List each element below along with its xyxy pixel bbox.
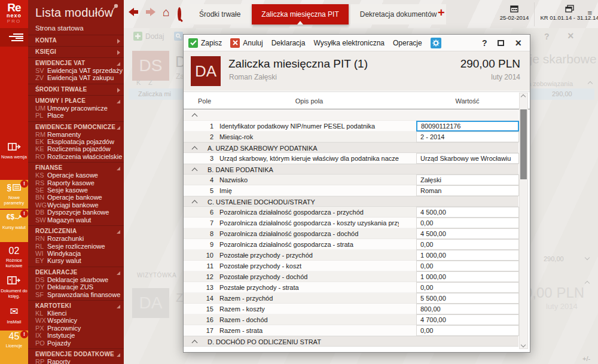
sidebar-item-kl[interactable]: KLKlienci: [28, 310, 124, 317]
rail-item-insmail[interactable]: ✉InsMail: [0, 304, 28, 327]
field-value-7[interactable]: 0,00: [416, 218, 519, 228]
maximize-button[interactable]: [498, 40, 504, 46]
sidebar-item-rp[interactable]: RPRaporty: [28, 358, 124, 364]
sidebar-item-rs[interactable]: RSRaporty kasowe: [28, 179, 124, 186]
module-code: DB: [35, 209, 47, 216]
field-row-15: 15Razem - koszty800,00: [184, 304, 518, 314]
section-collapse-icon[interactable]: [192, 340, 198, 346]
sidebar-section-3[interactable]: ŚRODKI TRWAŁE: [28, 84, 124, 93]
sidebar-item-ro[interactable]: RORozliczenia właścicielskie: [28, 153, 124, 160]
rail-item-nowa-wersja[interactable]: Nowa wersja: [0, 139, 28, 174]
field-value-15[interactable]: 800,00: [416, 304, 519, 314]
sidebar-section-8[interactable]: DEKLARACJE: [28, 267, 124, 276]
section-collapse-icon[interactable]: [192, 200, 198, 206]
sidebar-item-dy[interactable]: DYDeklaracje ZUS: [28, 283, 124, 290]
sidebar-item-se[interactable]: SESesje kasowe: [28, 186, 124, 194]
sidebar-item-sf[interactable]: SFSprawozdania finansowe: [28, 291, 124, 298]
sidebar-section-0[interactable]: KONTA: [28, 35, 124, 44]
rail-item-roznice-kursowe[interactable]: 02Różnice kursowe: [0, 245, 28, 274]
field-value-4[interactable]: Załęski: [416, 175, 519, 185]
sidebar-item-po[interactable]: POPojazdy: [28, 339, 124, 347]
field-value-12[interactable]: 1 000,00: [416, 271, 519, 282]
sidebar-section-2[interactable]: EWIDENCJE VAT: [28, 57, 124, 67]
back-button[interactable]: [129, 8, 138, 16]
field-row-14: 14Razem - przychód5 500,00: [184, 293, 518, 304]
declaration-menu-button[interactable]: Deklaracja: [271, 39, 306, 47]
col-header-opis: Opis pola: [219, 97, 399, 105]
work-date-button[interactable]: 25-02-2014: [495, 2, 534, 26]
sidebar-item-ke[interactable]: KERozliczenia pojazdów: [28, 145, 124, 152]
tab-0[interactable]: Środki trwałe: [190, 4, 250, 25]
field-value-5[interactable]: Roman: [416, 185, 519, 196]
sidebar-section-4[interactable]: UMOWY I PŁACE: [28, 95, 124, 105]
collapse-chevron-icon[interactable]: [192, 114, 198, 120]
section-row-8: C. USTALENIE DOCHODU/STRATY: [184, 196, 518, 207]
search-button[interactable]: [178, 9, 181, 20]
sidebar-item-px[interactable]: PXPracownicy: [28, 325, 124, 332]
sidebar-section-5[interactable]: EWIDENCJE POMOCNICZE: [28, 121, 124, 131]
sidebar-item-sw[interactable]: SWMagazyn walut: [28, 216, 124, 224]
sidebar-item-ix[interactable]: IXInstytucje: [28, 332, 124, 339]
field-value-17[interactable]: 0,00: [416, 325, 519, 336]
sidebar-item-rl[interactable]: RLSesje rozliczeniowe: [28, 243, 124, 250]
sidebar-section-label: EWIDENCJE POMOCNICZE: [35, 124, 115, 130]
sidebar-item-wi[interactable]: WIWindykacja: [28, 250, 124, 257]
field-value-9[interactable]: 0,00: [416, 239, 519, 250]
field-value-3[interactable]: Urząd Skarbowy we Wrocławiu: [416, 153, 519, 164]
save-button[interactable]: Zapisz: [188, 38, 222, 48]
sidebar-section-9[interactable]: KARTOTEKI: [28, 300, 124, 310]
sidebar-item-rm[interactable]: RMRemanenty: [28, 131, 124, 138]
sidebar-item-zv[interactable]: ZVEwidencja VAT zakupu: [28, 74, 124, 81]
field-value-10[interactable]: 1 000,00: [416, 250, 519, 261]
sidebar-section-1[interactable]: KSIĘGI: [28, 46, 124, 56]
scrollbar-thumb[interactable]: [520, 109, 527, 179]
sidebar-item-um[interactable]: UMUmowy pracownicze: [28, 105, 124, 112]
field-value-input[interactable]: 80090112176: [416, 121, 519, 131]
sidebar-item-pl[interactable]: PLPłace: [28, 112, 124, 119]
settings-button[interactable]: [431, 38, 444, 48]
field-value-8[interactable]: 4 500,00: [416, 228, 519, 239]
overflow-menu-button[interactable]: ≡: [587, 8, 592, 17]
table-scrollbar[interactable]: [519, 93, 528, 349]
sidebar-item-rn[interactable]: RNRozrachunki: [28, 235, 124, 242]
field-value-13[interactable]: 0,00: [416, 282, 519, 293]
field-value-2[interactable]: 2 - 2014: [416, 131, 519, 142]
modules-menu-button[interactable]: [0, 28, 28, 47]
field-value-14[interactable]: 5 500,00: [416, 293, 519, 304]
tab-1[interactable]: Zaliczka miesięczna PIT: [252, 4, 348, 25]
section-collapse-icon[interactable]: [192, 146, 198, 152]
home-button[interactable]: ⌂: [163, 7, 170, 17]
add-tab-button[interactable]: +: [438, 7, 445, 18]
sidebar-item-wx[interactable]: WXWspólnicy: [28, 317, 124, 324]
rail-item-nowe-parametry[interactable]: §Nowe parametry!: [0, 180, 28, 209]
sidebar-item-ks[interactable]: KSOperacje kasowe: [28, 172, 124, 179]
help-button[interactable]: ?: [482, 39, 487, 47]
sidebar-item-ds[interactable]: DSDeklaracje skarbowe: [28, 276, 124, 283]
sidebar-item-ey[interactable]: EYKursy walut: [28, 257, 124, 264]
sidebar-item-ek[interactable]: EKEksploatacja pojazdów: [28, 138, 124, 145]
section-collapse-icon[interactable]: [192, 168, 198, 174]
rail-item-kursy-walut[interactable]: €$Kursy walut!: [0, 210, 28, 242]
sidebar-section-10[interactable]: EWIDENCJE DODATKOWE: [28, 348, 124, 358]
sidebar-item-db[interactable]: DBDyspozycje bankowe: [28, 209, 124, 216]
field-description: Razem - dochód: [219, 316, 399, 323]
field-value-11[interactable]: 0,00: [416, 261, 519, 271]
sidebar-section-6[interactable]: FINANSE: [28, 162, 124, 172]
close-button[interactable]: ×: [515, 39, 521, 47]
operations-menu-button[interactable]: Operacje: [393, 39, 422, 47]
field-value-16[interactable]: 4 700,00: [416, 314, 519, 325]
field-number: 9: [184, 241, 213, 248]
sidebar-item-bn[interactable]: BNOperacje bankowe: [28, 194, 124, 201]
rail-item-dokument-do-ksieg[interactable]: Dokument do księg.: [0, 273, 28, 303]
sidebar-item-wg[interactable]: WGWyciągi bankowe: [28, 201, 124, 209]
sidebar-section-7[interactable]: ROZLICZENIA: [28, 225, 124, 235]
field-value-6[interactable]: 4 500,00: [416, 207, 519, 218]
cancel-button[interactable]: Anuluj: [230, 38, 263, 48]
pin-icon[interactable]: [112, 4, 119, 11]
tab-2[interactable]: Dekretacja dokumentów: [350, 4, 447, 25]
rail-item-licencje[interactable]: 45Licencje!: [0, 331, 28, 364]
sidebar-item-sv[interactable]: SVEwidencja VAT sprzedaży: [28, 67, 124, 74]
sidebar-item-home[interactable]: Strona startowa: [28, 23, 124, 33]
electronic-dispatch-button[interactable]: Wysyłka elektroniczna: [313, 39, 385, 47]
forward-button[interactable]: [146, 8, 155, 16]
